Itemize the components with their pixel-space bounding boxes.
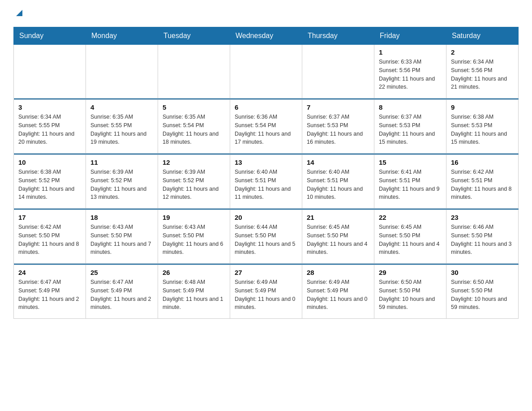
day-number: 27: [235, 269, 297, 276]
calendar-cell: 15Sunrise: 6:41 AM Sunset: 5:51 PM Dayli…: [374, 155, 446, 209]
day-info: Sunrise: 6:38 AM Sunset: 5:52 PM Dayligh…: [18, 168, 81, 201]
day-number: 7: [307, 103, 369, 111]
calendar-cell: 16Sunrise: 6:42 AM Sunset: 5:51 PM Dayli…: [446, 155, 519, 209]
calendar-cell: 20Sunrise: 6:44 AM Sunset: 5:50 PM Dayli…: [230, 210, 302, 264]
calendar-cell: 29Sunrise: 6:50 AM Sunset: 5:50 PM Dayli…: [374, 265, 446, 319]
day-info: Sunrise: 6:42 AM Sunset: 5:50 PM Dayligh…: [18, 223, 81, 257]
day-info: Sunrise: 6:43 AM Sunset: 5:50 PM Dayligh…: [163, 223, 225, 257]
week-row: 3Sunrise: 6:34 AM Sunset: 5:55 PM Daylig…: [14, 100, 519, 154]
day-info: Sunrise: 6:45 AM Sunset: 5:50 PM Dayligh…: [307, 223, 369, 257]
day-info: Sunrise: 6:33 AM Sunset: 5:56 PM Dayligh…: [379, 58, 442, 91]
day-number: 21: [307, 214, 369, 221]
day-number: 5: [163, 103, 225, 111]
day-info: Sunrise: 6:45 AM Sunset: 5:50 PM Dayligh…: [379, 223, 442, 257]
calendar-cell: [158, 45, 230, 98]
calendar-cell: [14, 45, 86, 98]
day-info: Sunrise: 6:34 AM Sunset: 5:55 PM Dayligh…: [18, 113, 81, 146]
day-number: 4: [90, 103, 153, 111]
day-number: 30: [451, 269, 514, 276]
col-friday: Friday: [374, 27, 446, 45]
day-number: 3: [18, 103, 81, 111]
calendar-cell: 27Sunrise: 6:49 AM Sunset: 5:49 PM Dayli…: [230, 265, 302, 319]
day-number: 26: [163, 269, 225, 276]
calendar-cell: 14Sunrise: 6:40 AM Sunset: 5:51 PM Dayli…: [302, 155, 374, 209]
col-thursday: Thursday: [302, 27, 374, 45]
day-number: 11: [90, 158, 153, 166]
calendar-header-row: Sunday Monday Tuesday Wednesday Thursday…: [14, 27, 519, 45]
day-info: Sunrise: 6:47 AM Sunset: 5:49 PM Dayligh…: [18, 278, 81, 312]
day-number: 19: [163, 214, 225, 221]
calendar-cell: 7Sunrise: 6:37 AM Sunset: 5:53 PM Daylig…: [302, 100, 374, 154]
calendar-cell: 30Sunrise: 6:50 AM Sunset: 5:50 PM Dayli…: [446, 265, 519, 319]
day-info: Sunrise: 6:37 AM Sunset: 5:53 PM Dayligh…: [307, 113, 369, 146]
day-info: Sunrise: 6:39 AM Sunset: 5:52 PM Dayligh…: [163, 168, 225, 201]
day-info: Sunrise: 6:47 AM Sunset: 5:49 PM Dayligh…: [90, 278, 153, 312]
day-info: Sunrise: 6:44 AM Sunset: 5:50 PM Dayligh…: [235, 223, 297, 257]
day-info: Sunrise: 6:35 AM Sunset: 5:55 PM Dayligh…: [90, 113, 153, 146]
week-row: 1Sunrise: 6:33 AM Sunset: 5:56 PM Daylig…: [14, 45, 519, 98]
calendar-cell: [230, 45, 302, 98]
col-saturday: Saturday: [446, 27, 519, 45]
day-number: 10: [18, 158, 81, 166]
day-number: 9: [451, 103, 514, 111]
calendar-cell: 23Sunrise: 6:46 AM Sunset: 5:50 PM Dayli…: [446, 210, 519, 264]
day-info: Sunrise: 6:50 AM Sunset: 5:50 PM Dayligh…: [379, 278, 442, 312]
day-number: 25: [90, 269, 153, 276]
calendar-table: Sunday Monday Tuesday Wednesday Thursday…: [13, 27, 519, 319]
day-info: Sunrise: 6:49 AM Sunset: 5:49 PM Dayligh…: [235, 278, 297, 312]
week-row: 17Sunrise: 6:42 AM Sunset: 5:50 PM Dayli…: [14, 210, 519, 264]
day-info: Sunrise: 6:50 AM Sunset: 5:50 PM Dayligh…: [451, 278, 514, 312]
calendar-cell: 2Sunrise: 6:34 AM Sunset: 5:56 PM Daylig…: [446, 45, 519, 98]
calendar-cell: 9Sunrise: 6:38 AM Sunset: 5:53 PM Daylig…: [446, 100, 519, 154]
calendar-cell: 6Sunrise: 6:36 AM Sunset: 5:54 PM Daylig…: [230, 100, 302, 154]
day-number: 12: [163, 158, 225, 166]
day-info: Sunrise: 6:40 AM Sunset: 5:51 PM Dayligh…: [235, 168, 297, 201]
day-info: Sunrise: 6:49 AM Sunset: 5:49 PM Dayligh…: [307, 278, 369, 312]
calendar-cell: 26Sunrise: 6:48 AM Sunset: 5:49 PM Dayli…: [158, 265, 230, 319]
calendar-cell: 4Sunrise: 6:35 AM Sunset: 5:55 PM Daylig…: [86, 100, 158, 154]
col-tuesday: Tuesday: [158, 27, 230, 45]
calendar-cell: 10Sunrise: 6:38 AM Sunset: 5:52 PM Dayli…: [14, 155, 86, 209]
day-number: 15: [379, 158, 442, 166]
day-info: Sunrise: 6:36 AM Sunset: 5:54 PM Dayligh…: [235, 113, 297, 146]
day-number: 18: [90, 214, 153, 221]
day-info: Sunrise: 6:41 AM Sunset: 5:51 PM Dayligh…: [379, 168, 442, 201]
day-number: 22: [379, 214, 442, 221]
day-info: Sunrise: 6:40 AM Sunset: 5:51 PM Dayligh…: [307, 168, 369, 201]
day-number: 2: [451, 48, 514, 56]
day-number: 13: [235, 158, 297, 166]
calendar-cell: 21Sunrise: 6:45 AM Sunset: 5:50 PM Dayli…: [302, 210, 374, 264]
calendar-cell: 25Sunrise: 6:47 AM Sunset: 5:49 PM Dayli…: [86, 265, 158, 319]
day-info: Sunrise: 6:38 AM Sunset: 5:53 PM Dayligh…: [451, 113, 514, 146]
day-info: Sunrise: 6:42 AM Sunset: 5:51 PM Dayligh…: [451, 168, 514, 201]
calendar-cell: 22Sunrise: 6:45 AM Sunset: 5:50 PM Dayli…: [374, 210, 446, 264]
calendar-cell: 24Sunrise: 6:47 AM Sunset: 5:49 PM Dayli…: [14, 265, 86, 319]
calendar-cell: 1Sunrise: 6:33 AM Sunset: 5:56 PM Daylig…: [374, 45, 446, 98]
day-number: 8: [379, 103, 442, 111]
calendar-cell: 28Sunrise: 6:49 AM Sunset: 5:49 PM Dayli…: [302, 265, 374, 319]
calendar-cell: 5Sunrise: 6:35 AM Sunset: 5:54 PM Daylig…: [158, 100, 230, 154]
day-info: Sunrise: 6:35 AM Sunset: 5:54 PM Dayligh…: [163, 113, 225, 146]
calendar-cell: [86, 45, 158, 98]
calendar-cell: 12Sunrise: 6:39 AM Sunset: 5:52 PM Dayli…: [158, 155, 230, 209]
day-number: 14: [307, 158, 369, 166]
calendar-cell: 3Sunrise: 6:34 AM Sunset: 5:55 PM Daylig…: [14, 100, 86, 154]
col-monday: Monday: [86, 27, 158, 45]
calendar-cell: [302, 45, 374, 98]
day-number: 1: [379, 48, 442, 56]
day-number: 17: [18, 214, 81, 221]
day-number: 28: [307, 269, 369, 276]
day-info: Sunrise: 6:37 AM Sunset: 5:53 PM Dayligh…: [379, 113, 442, 146]
day-number: 16: [451, 158, 514, 166]
day-info: Sunrise: 6:46 AM Sunset: 5:50 PM Dayligh…: [451, 223, 514, 257]
calendar-cell: 8Sunrise: 6:37 AM Sunset: 5:53 PM Daylig…: [374, 100, 446, 154]
day-number: 6: [235, 103, 297, 111]
logo: [13, 9, 24, 18]
col-sunday: Sunday: [14, 27, 86, 45]
calendar-cell: 13Sunrise: 6:40 AM Sunset: 5:51 PM Dayli…: [230, 155, 302, 209]
day-number: 23: [451, 214, 514, 221]
day-number: 20: [235, 214, 297, 221]
week-row: 24Sunrise: 6:47 AM Sunset: 5:49 PM Dayli…: [14, 265, 519, 319]
day-number: 29: [379, 269, 442, 276]
calendar-cell: 17Sunrise: 6:42 AM Sunset: 5:50 PM Dayli…: [14, 210, 86, 264]
